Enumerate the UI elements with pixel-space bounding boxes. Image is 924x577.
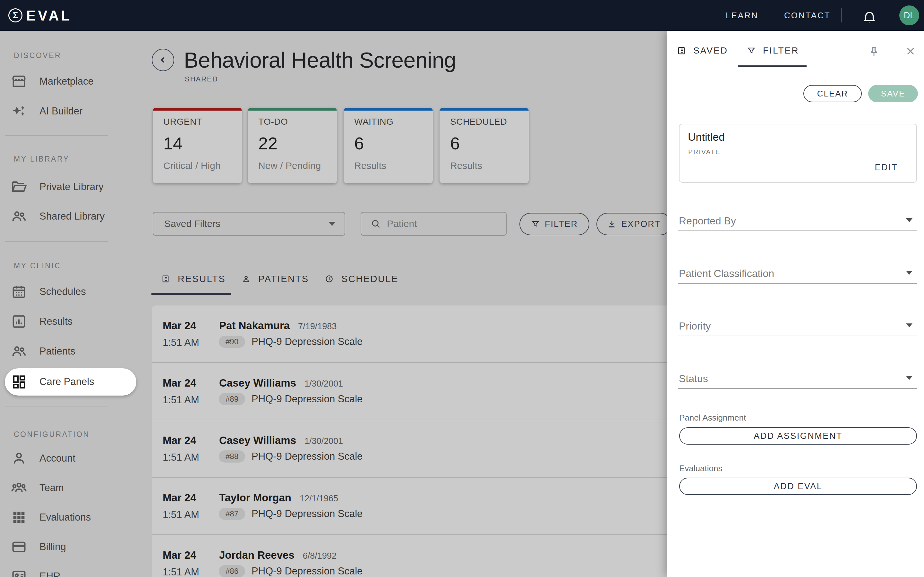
stat-band-scheduled xyxy=(439,108,529,111)
sidebar-item-results[interactable]: Results xyxy=(0,307,142,336)
patient-name: Casey Williams xyxy=(219,377,296,389)
nav-learn-link[interactable]: LEARN xyxy=(726,11,758,21)
sidebar-item-schedules[interactable]: Schedules xyxy=(0,277,142,306)
select-label: Status xyxy=(679,373,708,385)
saved-filters-value: Saved Filters xyxy=(164,218,220,229)
stat-card-waiting[interactable]: WAITING 6 Results xyxy=(344,108,433,183)
sidebar-item-label: Evaluations xyxy=(39,512,91,523)
sidebar-item-label: Billing xyxy=(39,541,66,553)
logo-sigma: Σ xyxy=(13,11,18,21)
grid-icon xyxy=(11,509,27,526)
folder-open-icon xyxy=(11,179,27,195)
sidebar-item-team[interactable]: Team xyxy=(0,473,142,503)
result-number-badge: #90 xyxy=(219,335,245,348)
stat-band-waiting xyxy=(344,108,433,111)
sidebar-item-shared-library[interactable]: Shared Library xyxy=(0,201,142,231)
section-label-configuration: CONFIGURATION xyxy=(14,430,90,439)
tab-label: PATIENTS xyxy=(258,274,309,284)
evaluation-name: PHQ-9 Depression Scale xyxy=(252,508,363,520)
patient-dob: 12/1/1965 xyxy=(300,494,338,504)
dashboard-icon xyxy=(11,374,27,390)
stat-card-urgent[interactable]: URGENT 14 Critical / High xyxy=(153,108,242,183)
stat-sublabel: Critical / High xyxy=(163,160,220,171)
nav-contact-link[interactable]: CONTACT xyxy=(784,11,830,21)
stat-label: WAITING xyxy=(354,117,393,127)
patient-classification-select[interactable]: Patient Classification xyxy=(678,263,917,284)
add-eval-button[interactable]: ADD EVAL xyxy=(679,478,917,495)
sidebar-item-label: AI Builder xyxy=(39,105,82,117)
person-icon xyxy=(11,450,27,467)
saved-filters-select[interactable]: Saved Filters xyxy=(153,212,345,235)
result-date: Mar 24 xyxy=(163,492,196,504)
stat-band-urgent xyxy=(153,108,242,111)
edit-button[interactable]: EDIT xyxy=(875,163,898,172)
saved-filter-card: Untitled PRIVATE EDIT xyxy=(679,124,917,183)
stat-value: 6 xyxy=(450,133,460,153)
result-number-badge: #87 xyxy=(219,508,245,520)
chevron-down-icon xyxy=(328,222,336,226)
caret-down-icon xyxy=(906,324,913,327)
clock-icon xyxy=(325,274,334,284)
result-time: 1:51 AM xyxy=(163,566,199,577)
sidebar-item-marketplace[interactable]: Marketplace xyxy=(0,67,142,96)
sidebar-item-billing[interactable]: Billing xyxy=(0,532,142,562)
patient-dob: 1/30/2001 xyxy=(304,436,343,446)
result-date: Mar 24 xyxy=(163,319,196,332)
export-button-label: EXPORT xyxy=(621,219,661,229)
patient-name: Taylor Morgan xyxy=(219,492,291,504)
sidebar-item-evaluations[interactable]: Evaluations xyxy=(0,503,142,532)
stat-label: SCHEDULED xyxy=(450,117,507,127)
priority-select[interactable]: Priority xyxy=(678,316,917,336)
sidebar-item-ehr[interactable]: EHR xyxy=(0,562,142,577)
close-icon[interactable] xyxy=(905,46,916,56)
sparkles-icon xyxy=(11,103,27,119)
eval-logo-icon[interactable]: Σ xyxy=(8,8,23,23)
sidebar-item-account[interactable]: Account xyxy=(0,444,142,473)
notifications-bell-icon[interactable] xyxy=(862,9,877,24)
clear-button[interactable]: CLEAR xyxy=(803,85,862,102)
sidebar-item-patients[interactable]: Patients xyxy=(0,337,142,366)
result-number-badge: #89 xyxy=(219,393,245,405)
tab-schedule[interactable]: SCHEDULE xyxy=(325,271,399,287)
select-label: Priority xyxy=(679,320,711,332)
stat-card-scheduled[interactable]: SCHEDULED 6 Results xyxy=(439,108,529,183)
drawer-tab-saved[interactable]: SAVED xyxy=(677,44,728,58)
stat-sublabel: Results xyxy=(450,160,482,171)
tab-results[interactable]: RESULTS xyxy=(161,271,226,287)
filter-button[interactable]: FILTER xyxy=(519,213,590,235)
patient-dob: 7/19/1983 xyxy=(298,322,336,332)
drawer-tab-filter[interactable]: FILTER xyxy=(747,44,799,58)
brand-name[interactable]: EVAL xyxy=(26,8,72,24)
reported-by-select[interactable]: Reported By xyxy=(678,211,917,231)
result-date: Mar 24 xyxy=(163,434,196,446)
caret-down-icon xyxy=(906,218,913,222)
patient-dob: 1/30/2001 xyxy=(304,379,343,389)
save-button[interactable]: SAVE xyxy=(868,85,918,102)
sidebar-item-care-panels[interactable]: Care Panels xyxy=(0,367,142,396)
section-label-my-library: MY LIBRARY xyxy=(14,155,69,163)
panel-assignment-label: Panel Assignment xyxy=(679,413,746,423)
credit-card-icon xyxy=(11,538,27,555)
sidebar-item-private-library[interactable]: Private Library xyxy=(0,172,142,201)
evaluation-name: PHQ-9 Depression Scale xyxy=(252,336,363,348)
patient-name: Pat Nakamura xyxy=(219,319,290,332)
stat-value: 6 xyxy=(354,133,364,153)
tab-patients[interactable]: PATIENTS xyxy=(242,271,309,287)
sidebar-item-ai-builder[interactable]: AI Builder xyxy=(0,97,142,126)
result-date: Mar 24 xyxy=(163,549,196,561)
stat-band-todo xyxy=(248,108,337,111)
user-avatar[interactable]: DL xyxy=(899,5,919,25)
sidebar-item-label: Care Panels xyxy=(39,376,94,388)
patient-name: Casey Williams xyxy=(219,434,296,446)
add-assignment-button[interactable]: ADD ASSIGNMENT xyxy=(679,427,917,445)
export-button[interactable]: EXPORT xyxy=(596,213,672,235)
sidebar-item-label: Shared Library xyxy=(39,211,105,222)
patient-search-input[interactable]: Patient xyxy=(360,212,507,235)
active-tab-indicator xyxy=(152,293,231,295)
back-button[interactable] xyxy=(152,49,174,71)
list-icon xyxy=(161,274,170,284)
stat-card-todo[interactable]: TO-DO 22 New / Pending xyxy=(248,108,337,183)
pin-icon[interactable] xyxy=(867,45,880,58)
bar-chart-icon xyxy=(11,313,27,330)
status-select[interactable]: Status xyxy=(678,368,917,389)
